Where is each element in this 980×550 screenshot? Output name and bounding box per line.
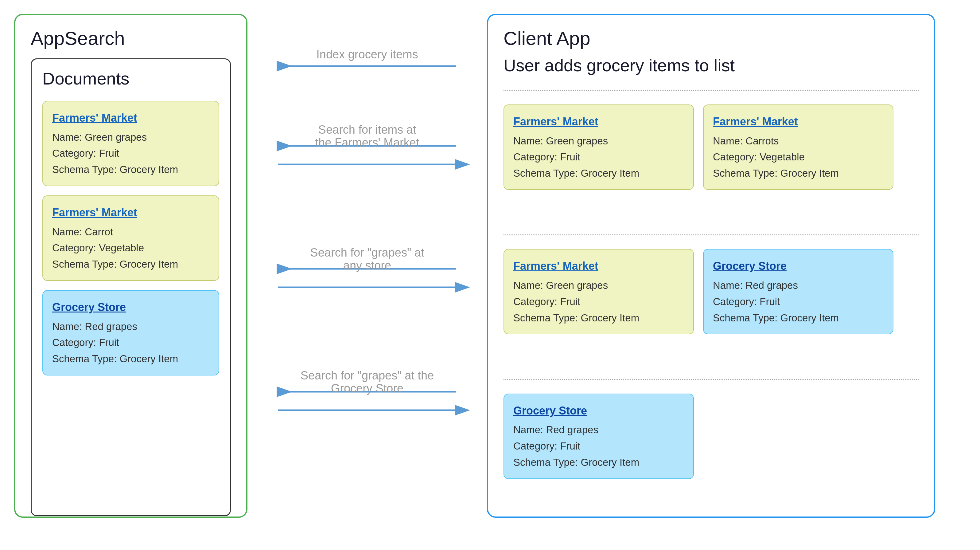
client-card-title-3: Farmers' Market bbox=[513, 257, 684, 275]
doc-card-gs-redgrapes: Grocery Store Name: Red grapesCategory: … bbox=[42, 290, 219, 375]
arrow-search-grocery-label2: Grocery Store bbox=[331, 382, 404, 395]
client-content: User adds grocery items to list Farmers'… bbox=[504, 55, 919, 516]
client-card-fm-carrots: Farmers' Market Name: CarrotsCategory: V… bbox=[703, 104, 893, 190]
client-section-1: Farmers' Market Name: Green grapesCatego… bbox=[504, 98, 919, 227]
client-card-body-3: Name: Green grapesCategory: FruitSchema … bbox=[513, 277, 684, 326]
arrow-search-grocery-label1: Search for "grapes" at the bbox=[301, 369, 434, 382]
doc-card-fm-carrot: Farmers' Market Name: CarrotCategory: Ve… bbox=[42, 195, 219, 281]
client-card-title-4: Grocery Store bbox=[713, 257, 884, 275]
doc-card-body-2: Name: CarrotCategory: VegetableSchema Ty… bbox=[52, 224, 209, 273]
appsearch-title: AppSearch bbox=[31, 27, 231, 49]
divider-1 bbox=[504, 90, 919, 91]
client-section-2: Farmers' Market Name: Green grapesCatego… bbox=[504, 243, 919, 371]
doc-card-title-3: Grocery Store bbox=[52, 298, 209, 316]
client-card-title-2: Farmers' Market bbox=[713, 113, 884, 131]
client-card-body-2: Name: CarrotsCategory: VegetableSchema T… bbox=[713, 133, 884, 182]
clientapp-title: Client App bbox=[504, 27, 919, 49]
documents-box: Documents Farmers' Market Name: Green gr… bbox=[31, 58, 231, 516]
client-card-body-1: Name: Green grapesCategory: FruitSchema … bbox=[513, 133, 684, 182]
client-card-body-4: Name: Red grapesCategory: FruitSchema Ty… bbox=[713, 277, 884, 326]
client-card-title-5: Grocery Store bbox=[513, 402, 684, 420]
doc-card-body-3: Name: Red grapesCategory: FruitSchema Ty… bbox=[52, 319, 209, 367]
client-card-gs-redgrapes: Grocery Store Name: Red grapesCategory: … bbox=[703, 249, 893, 334]
arrows-svg: Index grocery items Search for items at … bbox=[247, 14, 487, 518]
documents-title: Documents bbox=[42, 69, 219, 88]
client-section-3: Grocery Store Name: Red grapesCategory: … bbox=[504, 387, 919, 516]
doc-card-title: Farmers' Market bbox=[52, 109, 209, 127]
client-card-title-1: Farmers' Market bbox=[513, 113, 684, 131]
divider-2 bbox=[504, 234, 919, 235]
arrow-search-grapes-label1: Search for "grapes" at bbox=[310, 246, 424, 259]
clientapp-panel: Client App User adds grocery items to li… bbox=[487, 14, 935, 518]
client-card-fm-greengrapes2: Farmers' Market Name: Green grapesCatego… bbox=[504, 249, 694, 334]
appsearch-panel: AppSearch Documents Farmers' Market Name… bbox=[14, 14, 247, 518]
arrow-index-label: Index grocery items bbox=[316, 48, 418, 61]
user-adds-title: User adds grocery items to list bbox=[504, 55, 919, 75]
doc-card-body: Name: Green grapesCategory: FruitSchema … bbox=[52, 129, 209, 178]
arrow-search-farmers-label1: Search for items at bbox=[318, 123, 416, 136]
doc-card-fm-grapes: Farmers' Market Name: Green grapesCatego… bbox=[42, 101, 219, 186]
client-card-body-5: Name: Red grapesCategory: FruitSchema Ty… bbox=[513, 422, 684, 470]
divider-3 bbox=[504, 379, 919, 380]
diagram: AppSearch Documents Farmers' Market Name… bbox=[14, 14, 966, 536]
client-card-gs-redgrapes2: Grocery Store Name: Red grapesCategory: … bbox=[504, 394, 694, 479]
arrow-search-grapes-label2: any store bbox=[343, 259, 391, 272]
arrow-search-farmers-label2: the Farmers' Market bbox=[315, 136, 419, 149]
doc-card-title-2: Farmers' Market bbox=[52, 204, 209, 222]
middle-arrows-area: Index grocery items Search for items at … bbox=[247, 14, 487, 518]
client-card-fm-greengrapes: Farmers' Market Name: Green grapesCatego… bbox=[504, 104, 694, 190]
